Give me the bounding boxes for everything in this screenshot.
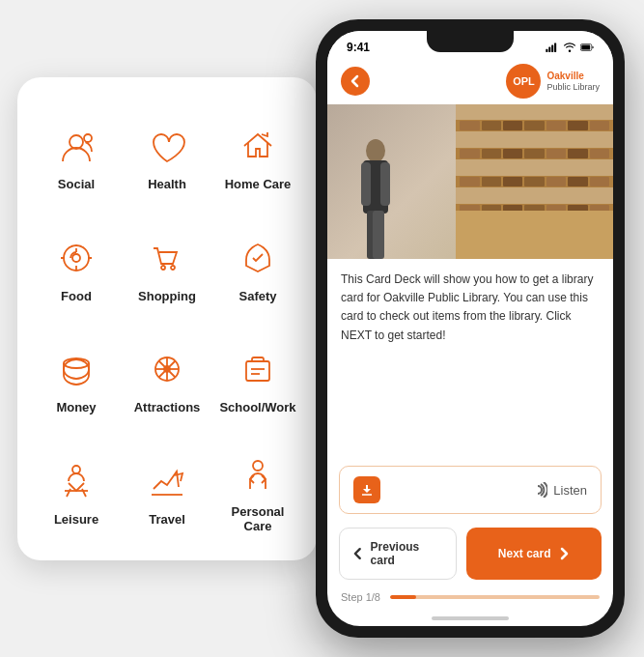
phone-notch [427, 31, 514, 52]
next-card-label: Next card [498, 547, 551, 560]
attractions-label: Attractions [134, 400, 201, 414]
home-indicator [432, 616, 509, 620]
health-icon [142, 121, 192, 171]
grid-item-homecare[interactable]: Home Care [225, 121, 292, 191]
listen-bar[interactable]: Listen [339, 466, 602, 514]
grid-item-personalcare[interactable]: Personal Care [216, 448, 299, 533]
grid-item-health[interactable]: Health [142, 121, 192, 191]
homecare-icon [233, 121, 283, 171]
grid-item-shopping[interactable]: Shopping [138, 233, 196, 303]
travel-label: Travel [149, 512, 185, 527]
prev-card-button[interactable]: Previous card [339, 528, 457, 580]
save-icon[interactable] [353, 476, 380, 503]
progress-label: Step 1/8 [341, 591, 380, 603]
svg-rect-23 [554, 43, 556, 52]
logo-area: OPL OakvillePublic Library [506, 64, 600, 99]
card-description: This Card Deck will show you how to get … [327, 259, 613, 460]
grid-item-schoolwork[interactable]: School/Work [219, 344, 295, 414]
status-time: 9:41 [347, 41, 370, 54]
library-counter [456, 211, 613, 259]
schoolwork-label: School/Work [219, 400, 295, 414]
person-silhouette [351, 133, 400, 259]
listen-label: Listen [553, 483, 587, 498]
svg-rect-14 [246, 361, 269, 381]
svg-point-5 [171, 266, 175, 270]
personalcare-label: Personal Care [216, 504, 299, 533]
phone-frame: 9:41 [316, 19, 625, 638]
back-button[interactable] [341, 67, 370, 96]
arrow-right-icon [557, 547, 571, 560]
grid-item-travel[interactable]: Travel [142, 456, 192, 527]
progress-fill [390, 595, 416, 599]
svg-point-0 [70, 135, 83, 149]
nav-buttons: Previous card Next card [327, 520, 613, 587]
grid-item-social[interactable]: Social [51, 121, 101, 191]
svg-point-26 [366, 139, 385, 162]
personalcare-icon [233, 448, 283, 499]
svg-point-1 [84, 134, 92, 142]
svg-point-4 [161, 266, 165, 270]
leisure-label: Leisure [54, 512, 98, 527]
social-label: Social [58, 177, 95, 191]
travel-icon [142, 456, 192, 506]
attractions-icon [142, 344, 192, 394]
wifi-icon [563, 43, 576, 52]
shopping-icon [142, 233, 192, 283]
logo-text: OakvillePublic Library [546, 70, 600, 94]
safety-icon [233, 233, 283, 283]
signal-icon [546, 43, 559, 52]
health-label: Health [148, 177, 186, 191]
svg-rect-22 [551, 45, 553, 53]
arrow-left-icon [351, 547, 365, 560]
battery-icon [580, 43, 594, 52]
svg-rect-25 [581, 44, 590, 49]
svg-point-6 [64, 359, 89, 379]
schoolwork-icon [233, 344, 283, 394]
opl-logo: OPL [506, 64, 541, 99]
phone-screen: 9:41 [327, 31, 613, 626]
social-icon [51, 121, 101, 171]
grid-item-safety[interactable]: Safety [233, 233, 283, 303]
grid-item-leisure[interactable]: Leisure [51, 456, 101, 527]
app-header: OPL OakvillePublic Library [327, 58, 613, 104]
money-icon [51, 344, 101, 394]
grid-item-money[interactable]: Money [51, 344, 101, 414]
prev-card-label: Previous card [371, 540, 445, 567]
svg-point-19 [253, 461, 263, 471]
shopping-label: Shopping [138, 289, 196, 303]
svg-point-3 [72, 254, 80, 262]
svg-rect-20 [546, 49, 547, 52]
svg-rect-31 [373, 211, 384, 259]
library-image [327, 104, 613, 259]
grid-item-attractions[interactable]: Attractions [134, 344, 201, 414]
homecare-label: Home Care [225, 177, 292, 191]
svg-point-17 [72, 466, 80, 473]
next-card-button[interactable]: Next card [466, 528, 602, 580]
safety-label: Safety [238, 289, 276, 303]
grid-item-food[interactable]: Food [51, 233, 101, 303]
progress-area: Step 1/8 [327, 587, 613, 613]
listen-button[interactable]: Listen [532, 482, 587, 498]
svg-rect-21 [548, 47, 550, 52]
food-icon [51, 233, 101, 283]
progress-bar [390, 595, 600, 599]
svg-rect-29 [380, 162, 390, 206]
background-grid-card: Social Health Home Care [17, 77, 317, 560]
status-icons [546, 43, 594, 52]
svg-rect-28 [361, 162, 371, 206]
leisure-icon [51, 456, 101, 506]
money-label: Money [56, 400, 96, 414]
food-label: Food [61, 289, 92, 303]
